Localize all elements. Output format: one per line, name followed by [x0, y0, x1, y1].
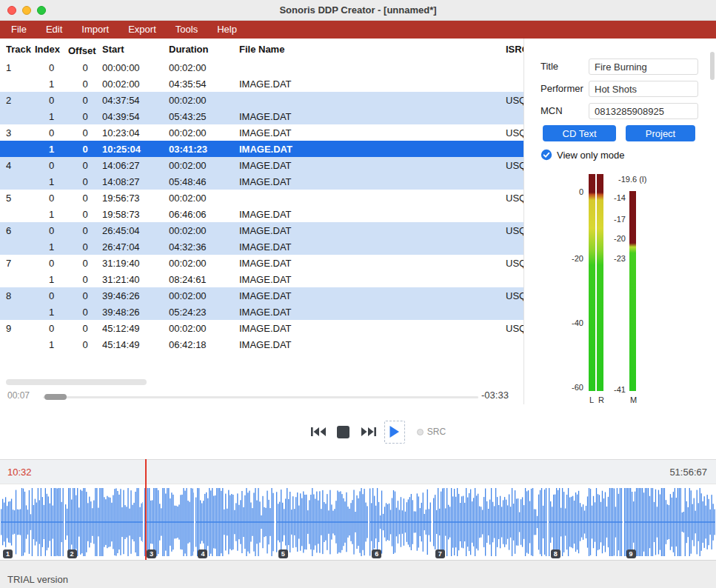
- title-field-label: Title: [541, 59, 558, 75]
- zoom-button[interactable]: [37, 6, 46, 15]
- view-only-check-icon[interactable]: [541, 149, 552, 161]
- table-row[interactable]: 1026:47:0404:32:36IMAGE.DAT: [0, 238, 523, 255]
- playhead-line[interactable]: [145, 459, 147, 560]
- table-row[interactable]: 70031:19:4000:02:00IMAGE.DATUSQ: [0, 255, 523, 271]
- table-row-selected[interactable]: 1010:25:0403:41:23IMAGE.DAT: [0, 141, 523, 157]
- cell-start: 39:48:26: [102, 307, 169, 318]
- mcn-field-label: MCN: [541, 103, 563, 119]
- table-row[interactable]: 1014:08:2705:48:46IMAGE.DAT: [0, 173, 523, 190]
- table-row[interactable]: 30010:23:0400:02:00IMAGE.DATUSQ: [0, 124, 523, 141]
- cell-index: 0: [35, 290, 68, 301]
- waveform-segment[interactable]: 5: [276, 484, 368, 560]
- menu-bar: FileEditImportExportToolsHelp: [0, 21, 716, 39]
- cell-start: 14:08:27: [102, 176, 169, 187]
- cell-track: 4: [6, 160, 35, 171]
- cell-file: IMAGE.DAT: [239, 144, 506, 155]
- channel-label-mono: M: [630, 395, 637, 404]
- stop-button[interactable]: [337, 426, 349, 438]
- track-badge: 1: [3, 549, 13, 558]
- waveform-segment[interactable]: 8: [549, 484, 623, 560]
- column-header-start[interactable]: Start: [102, 44, 169, 55]
- track-badge: 3: [147, 549, 156, 558]
- cell-index: 0: [35, 225, 68, 236]
- table-horizontal-scrollbar[interactable]: [6, 379, 147, 385]
- cell-duration: 00:02:00: [169, 258, 239, 269]
- project-button[interactable]: Project: [626, 125, 695, 141]
- cell-isrc: USQ: [506, 290, 523, 301]
- cell-file: IMAGE.DAT: [239, 176, 506, 187]
- elapsed-time: 00:07: [7, 390, 30, 401]
- track-table: TrackIndexOffsetStartDurationFile NameIS…: [0, 39, 524, 404]
- menu-item-help[interactable]: Help: [207, 21, 247, 39]
- next-track-button[interactable]: [361, 427, 377, 437]
- waveform-segment[interactable]: 4: [195, 484, 274, 560]
- performer-input[interactable]: [589, 81, 698, 97]
- waveform-segment[interactable]: 1: [1, 484, 64, 560]
- column-header-isrc[interactable]: ISRC: [506, 44, 523, 55]
- cell-file: IMAGE.DAT: [239, 111, 506, 122]
- cell-track: 5: [6, 193, 35, 204]
- cell-isrc: USQ: [506, 95, 523, 106]
- column-header-file[interactable]: File Name: [239, 44, 506, 55]
- title-bar: Sonoris DDP Creator - [unnamed*]: [0, 0, 716, 21]
- table-row[interactable]: 1045:14:4906:42:18IMAGE.DAT: [0, 336, 523, 353]
- column-header-index[interactable]: Index: [35, 44, 68, 55]
- column-header-offset[interactable]: Offset: [68, 45, 102, 56]
- cell-duration: 00:02:00: [169, 290, 239, 301]
- menu-item-import[interactable]: Import: [72, 21, 118, 39]
- menu-item-file[interactable]: File: [1, 21, 36, 39]
- table-row[interactable]: 1031:21:4008:24:61IMAGE.DAT: [0, 271, 523, 287]
- cell-duration: 00:02:00: [169, 225, 239, 236]
- table-row[interactable]: 80039:46:2600:02:00IMAGE.DATUSQ: [0, 287, 523, 304]
- waveform-segment[interactable]: 2: [65, 484, 143, 560]
- m-scale-20: -20: [603, 234, 626, 243]
- seek-thumb[interactable]: [44, 394, 67, 400]
- lr-scale-60: -60: [561, 383, 583, 392]
- cd-text-button[interactable]: CD Text: [543, 125, 616, 141]
- table-row[interactable]: 10000:00:0000:02:00: [0, 59, 523, 76]
- table-row[interactable]: 1004:39:5405:43:25IMAGE.DAT: [0, 108, 523, 124]
- table-row[interactable]: 20004:37:5400:02:00USQ: [0, 92, 523, 108]
- waveform-segment[interactable]: 9: [624, 484, 716, 560]
- title-input[interactable]: [589, 59, 698, 75]
- waveform-track-area[interactable]: 123456789: [0, 484, 716, 560]
- cell-index: 0: [35, 62, 68, 73]
- waveform-segment[interactable]: 6: [369, 484, 432, 560]
- seek-slider[interactable]: [43, 396, 478, 398]
- table-row[interactable]: 1039:48:2605:24:23IMAGE.DAT: [0, 304, 523, 320]
- table-row[interactable]: 50019:56:7300:02:00USQ: [0, 190, 523, 206]
- level-meter-left: [589, 174, 595, 391]
- cell-offset: 0: [68, 241, 102, 253]
- waveform-segment[interactable]: 3: [144, 484, 194, 560]
- track-table-body: 10000:00:0000:02:001000:02:0004:35:54IMA…: [0, 59, 523, 353]
- menu-item-tools[interactable]: Tools: [166, 21, 207, 39]
- menu-item-edit[interactable]: Edit: [36, 21, 72, 39]
- close-button[interactable]: [7, 6, 16, 15]
- menu-item-export[interactable]: Export: [118, 21, 166, 39]
- cell-start: 26:45:04: [102, 225, 169, 236]
- cell-index: 0: [35, 193, 68, 204]
- waveform-segment[interactable]: 7: [433, 484, 547, 560]
- column-header-duration[interactable]: Duration: [169, 44, 239, 55]
- mcn-input[interactable]: [589, 103, 698, 119]
- table-row[interactable]: 60026:45:0400:02:00IMAGE.DATUSQ: [0, 222, 523, 238]
- cell-start: 45:14:49: [102, 339, 169, 350]
- cell-track: 8: [6, 290, 35, 301]
- src-led-icon[interactable]: [417, 429, 424, 435]
- cell-file: IMAGE.DAT: [239, 323, 506, 334]
- channel-label-right: R: [598, 395, 604, 404]
- table-row[interactable]: 90045:12:4900:02:00IMAGE.DATUSQ: [0, 320, 523, 336]
- column-header-track[interactable]: Track: [6, 44, 35, 55]
- cell-offset: 0: [68, 111, 102, 122]
- cell-start: 26:47:04: [102, 241, 169, 253]
- play-button[interactable]: [384, 421, 405, 444]
- track-badge: 2: [67, 549, 77, 558]
- table-row[interactable]: 1000:02:0004:35:54IMAGE.DAT: [0, 76, 523, 92]
- panel-scrollbar[interactable]: [710, 52, 715, 80]
- minimize-button[interactable]: [22, 6, 31, 15]
- cell-duration: 05:43:25: [169, 111, 239, 122]
- table-row[interactable]: 40014:06:2700:02:00IMAGE.DATUSQ: [0, 157, 523, 173]
- previous-track-button[interactable]: [310, 427, 327, 437]
- cell-start: 31:19:40: [102, 258, 169, 269]
- table-row[interactable]: 1019:58:7306:46:06IMAGE.DAT: [0, 206, 523, 222]
